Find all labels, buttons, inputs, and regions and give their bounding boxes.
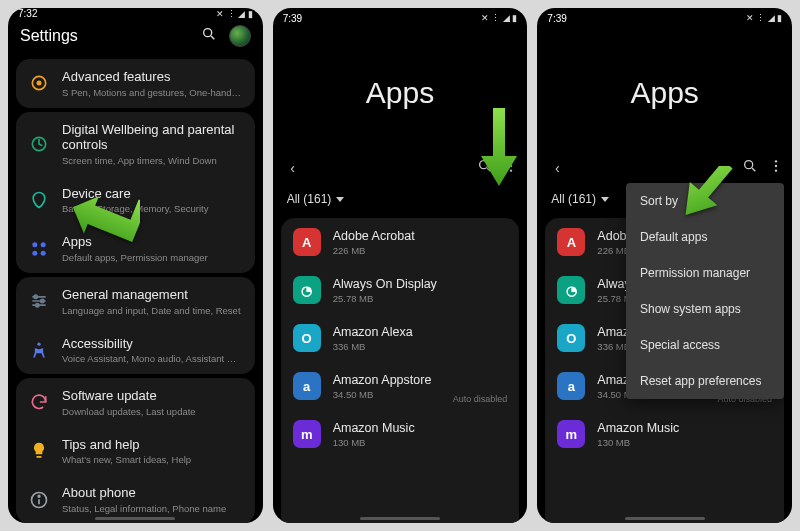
svg-point-12 [34,295,37,298]
tips-icon [28,440,50,462]
svg-point-5 [32,242,37,247]
app-size: 25.78 MB [333,293,508,304]
app-icon: A [557,228,585,256]
tutorial-arrow [479,108,519,188]
app-row[interactable]: m Amazon Music 130 MB [545,410,784,458]
app-size: 130 MB [333,437,508,448]
settings-row-update[interactable]: Software update Download updates, Last u… [16,378,255,427]
svg-point-26 [775,160,777,162]
row-title: Advanced features [62,69,243,85]
app-name: Amazon Alexa [333,325,508,339]
app-name: Amazon Music [333,421,508,435]
search-icon[interactable] [201,26,217,46]
app-name: Adobe Acrobat [333,229,508,243]
chevron-down-icon [336,197,344,202]
svg-point-6 [41,242,46,247]
app-row[interactable]: O Amazon Alexa 336 MB [281,314,520,362]
app-icon: ◔ [557,276,585,304]
menu-item-permission-manager[interactable]: Permission manager [626,255,784,291]
update-icon [28,391,50,413]
page-title: Apps [366,76,434,110]
row-subtitle: S Pen, Motions and gestures, One-handed … [62,87,243,98]
home-indicator[interactable] [625,517,705,520]
back-button[interactable]: ‹ [545,160,569,176]
app-row[interactable]: a Amazon Appstore 34.50 MB Auto disabled [281,362,520,410]
advanced-icon [28,72,50,94]
filter-dropdown[interactable]: All (161) [273,184,528,214]
svg-point-27 [775,165,777,167]
app-icon: O [293,324,321,352]
settings-row-advanced[interactable]: Advanced features S Pen, Motions and ges… [16,59,255,108]
app-icon: m [557,420,585,448]
status-time: 7:39 [547,13,566,24]
apps-icon [28,238,50,260]
svg-point-0 [203,29,211,37]
settings-row-wellbeing[interactable]: Digital Wellbeing and parental controls … [16,112,255,176]
general-icon [28,290,50,312]
phone-screen-apps-menu: 7:39 ✕ ⋮ ◢ ▮ Apps ‹ All (161) A Adobe Ac… [537,8,792,523]
phone-screen-settings: 7:32 ✕ ⋮ ◢ ▮ Settings Advanced features … [8,8,263,523]
settings-row-tips[interactable]: Tips and help What's new, Smart ideas, H… [16,427,255,476]
profile-avatar[interactable] [229,25,251,47]
menu-item-special-access[interactable]: Special access [626,327,784,363]
settings-group: Software update Download updates, Last u… [16,378,255,523]
page-title: Settings [20,27,78,45]
row-title: Digital Wellbeing and parental controls [62,122,243,153]
app-name: Always On Display [333,277,508,291]
app-name: Amazon Appstore [333,373,508,387]
accessibility-icon [28,339,50,361]
app-icon: A [293,228,321,256]
svg-point-14 [36,304,39,307]
row-subtitle: Screen time, App timers, Wind Down [62,155,243,166]
settings-row-general[interactable]: General management Language and input, D… [16,277,255,326]
auto-disabled-label: Auto disabled [453,394,508,404]
more-icon[interactable] [768,158,784,178]
menu-item-reset-app-preferences[interactable]: Reset app preferences [626,363,784,399]
app-size: 130 MB [597,437,772,448]
page-title: Apps [630,76,698,110]
svg-point-8 [41,250,46,255]
svg-point-7 [32,250,37,255]
devicecare-icon [28,189,50,211]
back-button[interactable]: ‹ [281,160,305,176]
app-name: Amazon Music [597,421,772,435]
apps-toolbar: ‹ [537,158,792,184]
row-subtitle: Language and input, Date and time, Reset [62,305,243,316]
app-list: A Adobe Acrobat 226 MB ◔ Always On Displ… [281,218,520,523]
row-subtitle: Default apps, Permission manager [62,252,243,263]
app-size: 336 MB [333,341,508,352]
svg-point-13 [41,300,44,303]
app-icon: a [557,372,585,400]
filter-label: All (161) [287,192,332,206]
app-icon: ◔ [293,276,321,304]
status-bar: 7:39 ✕ ⋮ ◢ ▮ [537,8,792,28]
row-subtitle: Status, Legal information, Phone name [62,503,243,514]
settings-row-about[interactable]: About phone Status, Legal information, P… [16,475,255,523]
home-indicator[interactable] [360,517,440,520]
status-time: 7:32 [18,8,37,19]
svg-point-15 [37,342,40,345]
row-title: Accessibility [62,336,243,352]
app-row[interactable]: A Adobe Acrobat 226 MB [281,218,520,266]
app-row[interactable]: ◔ Always On Display 25.78 MB [281,266,520,314]
status-icons: ✕ ⋮ ◢ ▮ [481,13,518,23]
svg-line-1 [211,36,214,39]
row-subtitle: Download updates, Last update [62,406,243,417]
settings-group: Advanced features S Pen, Motions and ges… [16,59,255,108]
status-time: 7:39 [283,13,302,24]
home-indicator[interactable] [95,517,175,520]
settings-row-accessibility[interactable]: Accessibility Voice Assistant, Mono audi… [16,326,255,375]
filter-label: All (161) [551,192,596,206]
svg-point-18 [38,495,40,497]
app-row[interactable]: m Amazon Music 130 MB [281,410,520,458]
row-subtitle: What's new, Smart ideas, Help [62,454,243,465]
row-title: Tips and help [62,437,243,453]
row-title: About phone [62,485,243,501]
row-title: General management [62,287,243,303]
settings-group: General management Language and input, D… [16,277,255,374]
about-icon [28,489,50,511]
menu-item-show-system-apps[interactable]: Show system apps [626,291,784,327]
svg-point-3 [37,81,42,86]
chevron-down-icon [601,197,609,202]
row-subtitle: Voice Assistant, Mono audio, Assistant m… [62,353,243,364]
